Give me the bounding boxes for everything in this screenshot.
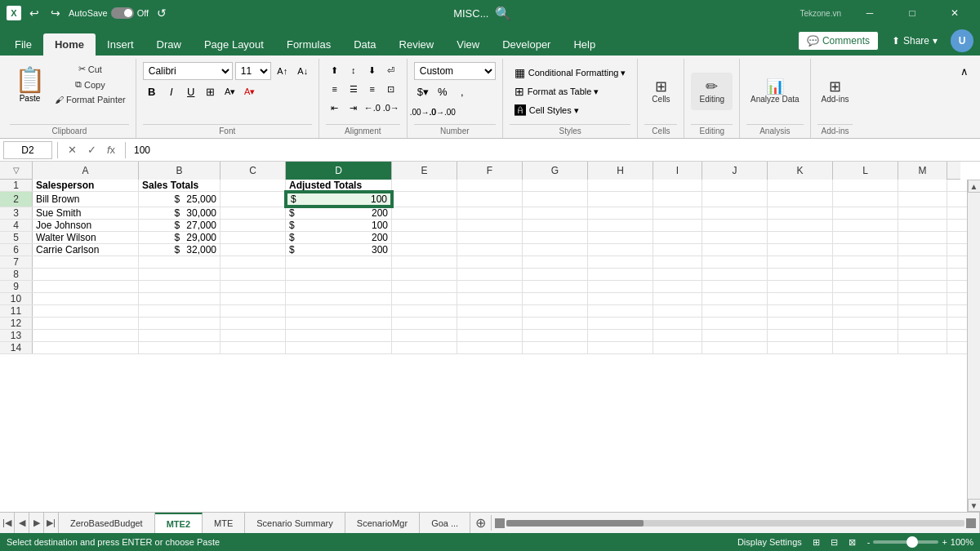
col-header-h[interactable]: H [588, 162, 653, 180]
cell-l3[interactable] [833, 207, 898, 219]
align-top-button[interactable]: ⬆ [326, 62, 344, 78]
row-num-9[interactable]: 9 [0, 281, 33, 292]
cell-b2[interactable]: $25,000 [139, 192, 220, 207]
cell-f2[interactable] [457, 192, 523, 207]
row-num-3[interactable]: 3 [0, 207, 33, 219]
hscroll-left-button[interactable] [495, 518, 505, 528]
align-right-button[interactable]: ≡ [363, 81, 381, 97]
row-num-2[interactable]: 2 [0, 192, 33, 207]
cell-e2[interactable] [392, 192, 457, 207]
cell-i2[interactable] [653, 192, 702, 207]
cell-j1[interactable] [702, 180, 768, 191]
cell-f14[interactable] [457, 342, 523, 353]
cell-d11[interactable] [286, 305, 392, 317]
cell-l5[interactable] [833, 232, 898, 243]
cell-h10[interactable] [588, 293, 653, 304]
tab-scroll-last[interactable]: ▶| [44, 513, 59, 534]
undo-button[interactable]: ↩ [26, 5, 42, 21]
cell-c2[interactable] [220, 192, 286, 207]
align-center-button[interactable]: ☰ [345, 81, 363, 97]
cell-k4[interactable] [768, 220, 833, 231]
col-header-a[interactable]: A [33, 162, 139, 180]
add-sheet-button[interactable]: ⊕ [470, 515, 492, 531]
cell-h3[interactable] [588, 207, 653, 219]
cell-b9[interactable] [139, 281, 220, 292]
col-header-e[interactable]: E [392, 162, 457, 180]
cell-c8[interactable] [220, 269, 286, 280]
page-break-view-button[interactable]: ⊠ [844, 535, 861, 549]
cell-b7[interactable] [139, 256, 220, 268]
cell-k8[interactable] [768, 269, 833, 280]
cell-c11[interactable] [220, 305, 286, 317]
cell-d2[interactable]: $ 100 [286, 192, 392, 207]
row-num-10[interactable]: 10 [0, 293, 33, 304]
cell-i6[interactable] [653, 244, 702, 256]
cell-g6[interactable] [523, 244, 588, 256]
sheet-tab-zerobasedbudget[interactable]: ZeroBasedBudget [59, 513, 155, 533]
row-num-13[interactable]: 13 [0, 330, 33, 341]
tab-data[interactable]: Data [342, 33, 387, 56]
cancel-formula-button[interactable]: ✕ [63, 141, 81, 159]
cell-j10[interactable] [702, 293, 768, 304]
cell-g9[interactable] [523, 281, 588, 292]
cell-k3[interactable] [768, 207, 833, 219]
cell-a1[interactable]: Salesperson [33, 180, 139, 191]
cell-l2[interactable] [833, 192, 898, 207]
page-layout-view-button[interactable]: ⊟ [826, 535, 843, 549]
cell-a10[interactable] [33, 293, 139, 304]
cell-d6[interactable]: $300 [286, 244, 392, 256]
cell-c5[interactable] [220, 232, 286, 243]
font-color-button[interactable]: A▾ [241, 82, 259, 100]
redo-button[interactable]: ↪ [47, 5, 64, 21]
vertical-scrollbar[interactable]: ▲ ▼ [967, 180, 980, 512]
cell-h13[interactable] [588, 330, 653, 341]
cell-f6[interactable] [457, 244, 523, 256]
cell-f1[interactable] [457, 180, 523, 191]
cell-h11[interactable] [588, 305, 653, 317]
col-header-c[interactable]: C [220, 162, 286, 180]
border-button[interactable]: ⊞ [202, 82, 220, 100]
cell-d12[interactable] [286, 318, 392, 329]
close-button[interactable]: ✕ [936, 0, 973, 26]
cell-c9[interactable] [220, 281, 286, 292]
font-size-select[interactable]: 11 [235, 62, 271, 80]
cell-a14[interactable] [33, 342, 139, 353]
cell-e3[interactable] [392, 207, 457, 219]
cell-c13[interactable] [220, 330, 286, 341]
cell-i3[interactable] [653, 207, 702, 219]
align-left-button[interactable]: ≡ [326, 81, 344, 97]
cell-j11[interactable] [702, 305, 768, 317]
cell-c4[interactable] [220, 220, 286, 231]
align-bottom-button[interactable]: ⬇ [363, 62, 381, 78]
decrease-indent-button[interactable]: ⇤ [326, 100, 344, 116]
cell-m7[interactable] [898, 256, 947, 268]
editing-button[interactable]: ✏ Editing [691, 73, 733, 110]
cell-e11[interactable] [392, 305, 457, 317]
cell-j6[interactable] [702, 244, 768, 256]
minimize-button[interactable]: ─ [851, 0, 889, 26]
cell-i12[interactable] [653, 318, 702, 329]
cell-d7[interactable] [286, 256, 392, 268]
zoom-out-icon[interactable]: - [867, 537, 871, 547]
cell-b11[interactable] [139, 305, 220, 317]
cell-g3[interactable] [523, 207, 588, 219]
cell-k7[interactable] [768, 256, 833, 268]
cell-d8[interactable] [286, 269, 392, 280]
row-num-7[interactable]: 7 [0, 256, 33, 268]
col-header-j[interactable]: J [702, 162, 768, 180]
cell-b3[interactable]: $30,000 [139, 207, 220, 219]
cell-e10[interactable] [392, 293, 457, 304]
normal-view-button[interactable]: ⊞ [808, 535, 825, 549]
cell-j3[interactable] [702, 207, 768, 219]
select-all-button[interactable]: ▽ [0, 162, 33, 180]
cell-l9[interactable] [833, 281, 898, 292]
fill-color-button[interactable]: A▾ [221, 82, 239, 100]
cell-d1[interactable]: Adjusted Totals [286, 180, 392, 191]
cell-m14[interactable] [898, 342, 947, 353]
cell-h9[interactable] [588, 281, 653, 292]
cell-i14[interactable] [653, 342, 702, 353]
cell-l7[interactable] [833, 256, 898, 268]
cell-m5[interactable] [898, 232, 947, 243]
cell-d9[interactable] [286, 281, 392, 292]
cell-i9[interactable] [653, 281, 702, 292]
